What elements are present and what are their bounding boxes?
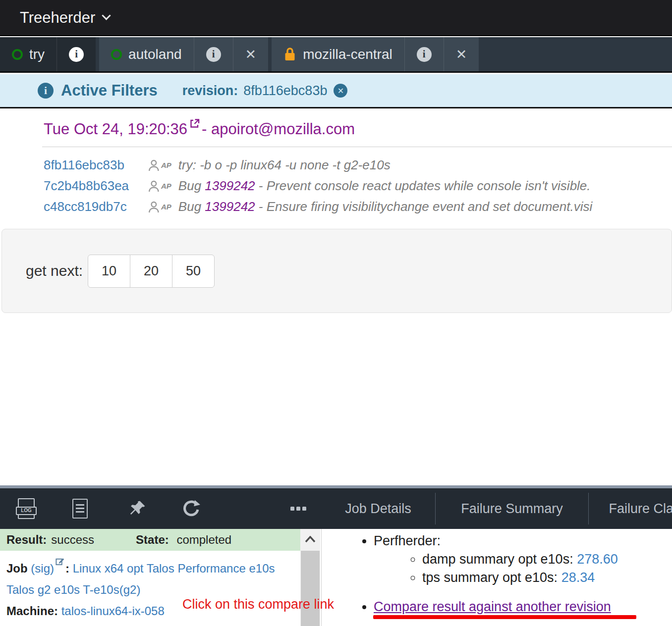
job-result-row: Result: success State: completed bbox=[0, 529, 300, 551]
comment-text: - Ensure firing visibilitychange event a… bbox=[255, 199, 593, 214]
repo-group-try: try i bbox=[0, 37, 96, 71]
raw-log-button[interactable] bbox=[72, 488, 88, 529]
author-icon bbox=[148, 180, 161, 193]
revision-row: c48cc819db7c AP Bug 1399242 - Ensure fir… bbox=[0, 196, 672, 217]
result-value: success bbox=[51, 533, 94, 547]
perf-result-label: damp summary opt e10s: bbox=[422, 552, 573, 567]
refresh-icon bbox=[181, 499, 201, 519]
annotation-underline bbox=[373, 615, 636, 619]
revision-comment: Bug 1399242 - Ensure firing visibilitych… bbox=[178, 199, 592, 214]
info-icon: i bbox=[69, 47, 84, 62]
repo-close-button-autoland[interactable]: ✕ bbox=[233, 37, 269, 71]
repo-close-button-mozilla-central[interactable]: ✕ bbox=[444, 37, 479, 71]
get-next-20-button[interactable]: 20 bbox=[130, 255, 172, 288]
repo-bar: try i autoland i ✕ mo bbox=[0, 37, 672, 73]
tab-failure-classification[interactable]: Failure Classification bbox=[589, 488, 672, 529]
tab-job-details[interactable]: Job Details bbox=[321, 488, 435, 529]
close-icon: ✕ bbox=[456, 47, 467, 62]
push-date-link[interactable]: Tue Oct 24, 19:20:36 bbox=[44, 120, 187, 138]
top-navbar: Treeherder bbox=[0, 0, 672, 36]
perfherder-label: Perfherder: bbox=[374, 533, 441, 548]
get-next-10-button[interactable]: 10 bbox=[88, 255, 130, 288]
detail-toolbar: LOG bbox=[0, 488, 672, 529]
author-initials: AP bbox=[161, 182, 171, 190]
author-initials: AP bbox=[161, 161, 171, 169]
repo-tab-autoland[interactable]: autoland bbox=[99, 37, 194, 71]
machine-link[interactable]: talos-linux64-ix-058 bbox=[61, 604, 165, 618]
chevron-up-icon bbox=[305, 536, 316, 543]
result-label: Result: bbox=[6, 533, 47, 547]
edit-icon bbox=[55, 557, 64, 566]
log-file-icon: LOG bbox=[18, 498, 35, 519]
push-header-separator: - bbox=[202, 120, 207, 138]
pin-icon bbox=[128, 499, 147, 518]
author-icon bbox=[148, 201, 161, 213]
comment-text: - Prevent console react updates while co… bbox=[255, 178, 591, 193]
job-detail-panel: LOG bbox=[0, 485, 672, 626]
perfherder-item: Perfherder: damp summary opt e10s: 278.6… bbox=[374, 532, 672, 587]
job-colon: : bbox=[65, 562, 69, 575]
compare-revision-link[interactable]: Compare result against another revision bbox=[374, 599, 611, 614]
author-initials: AP bbox=[161, 203, 171, 211]
perf-result-value-link[interactable]: 278.60 bbox=[577, 552, 618, 567]
remove-filter-button[interactable]: ✕ bbox=[334, 84, 347, 98]
detail-toolbar-icons: LOG bbox=[0, 488, 321, 529]
scrollbar-up-button[interactable] bbox=[300, 529, 320, 550]
repo-info-button-try[interactable]: i bbox=[57, 37, 96, 71]
app-title: Treeherder bbox=[20, 9, 95, 27]
repo-label: autoland bbox=[128, 47, 181, 62]
get-next-50-button[interactable]: 50 bbox=[172, 255, 215, 288]
repo-tab-mozilla-central[interactable]: mozilla-central bbox=[272, 37, 405, 71]
job-title-line: Job (sig) : Linux x64 opt Talos Performa… bbox=[6, 558, 300, 600]
ellipsis-icon bbox=[290, 506, 307, 511]
active-filters-bar: i Active Filters revision: 8fb116ebc83b … bbox=[0, 74, 672, 108]
job-sig-link[interactable]: (sig) bbox=[31, 562, 54, 575]
bug-link[interactable]: 1399242 bbox=[205, 178, 255, 193]
job-details-list: Perfherder: damp summary opt e10s: 278.6… bbox=[322, 532, 672, 616]
annotation-compare-hint: Click on this compare link bbox=[182, 597, 334, 612]
revision-row: 8fb116ebc83b AP try: -b o -p linux64 -u … bbox=[0, 155, 672, 175]
repo-info-button-autoland[interactable]: i bbox=[194, 37, 233, 71]
tab-failure-summary[interactable]: Failure Summary bbox=[436, 488, 588, 529]
chevron-down-icon bbox=[102, 11, 111, 20]
get-next-button-group: 10 20 50 bbox=[88, 255, 215, 288]
active-filters-label: Active Filters bbox=[61, 82, 158, 100]
log-viewer-button[interactable]: LOG bbox=[18, 488, 35, 529]
push-author-link[interactable]: apoirot@mozilla.com bbox=[211, 120, 355, 138]
repo-open-icon bbox=[111, 49, 122, 60]
repo-label: mozilla-central bbox=[303, 47, 392, 62]
revision-comment: try: -b o -p linux64 -u none -t g2-e10s bbox=[178, 157, 391, 173]
pin-job-button[interactable] bbox=[128, 488, 147, 529]
filter-value: 8fb116ebc83b bbox=[243, 83, 327, 99]
perf-result-item: damp summary opt e10s: 278.60 bbox=[422, 550, 672, 569]
state-group: State: completed bbox=[136, 533, 231, 547]
more-actions-button[interactable] bbox=[290, 488, 307, 529]
revision-row: 7c2b4b8b63ea AP Bug 1399242 - Prevent co… bbox=[0, 175, 672, 196]
perf-result-value-link[interactable]: 28.34 bbox=[561, 570, 595, 585]
job-label: Job bbox=[6, 562, 28, 575]
bug-link[interactable]: 1399242 bbox=[205, 199, 255, 214]
external-link-icon bbox=[189, 118, 200, 129]
state-label: State: bbox=[136, 533, 169, 546]
revision-sha-link[interactable]: 7c2b4b8b63ea bbox=[44, 178, 148, 194]
comment-text: Bug bbox=[178, 199, 205, 214]
perf-result-item: tps summary opt e10s: 28.34 bbox=[422, 569, 672, 587]
push-header: Tue Oct 24, 19:20:36 - apoirot@mozilla.c… bbox=[44, 120, 355, 138]
app-menu-button[interactable]: Treeherder bbox=[20, 9, 110, 27]
revision-sha-link[interactable]: 8fb116ebc83b bbox=[44, 157, 148, 173]
machine-label: Machine: bbox=[6, 604, 58, 618]
get-next-panel: get next: 10 20 50 bbox=[1, 229, 672, 313]
repo-info-button-mozilla-central[interactable]: i bbox=[405, 37, 444, 71]
repo-group-autoland: autoland i ✕ bbox=[99, 37, 268, 71]
info-icon: i bbox=[38, 83, 54, 99]
scrollbar-thumb[interactable] bbox=[301, 551, 320, 626]
retrigger-button[interactable] bbox=[181, 488, 201, 529]
push-divider bbox=[42, 147, 672, 147]
detail-panels: Result: success State: completed Job (si… bbox=[0, 529, 672, 626]
perfherder-sublist: damp summary opt e10s: 278.60 tps summar… bbox=[374, 550, 672, 587]
detail-tab-bar: Job Details Failure Summary Failure Clas… bbox=[321, 488, 672, 529]
repo-tab-try[interactable]: try bbox=[0, 37, 57, 71]
revision-sha-link[interactable]: c48cc819db7c bbox=[44, 199, 148, 214]
info-icon: i bbox=[417, 47, 432, 62]
repo-label: try bbox=[29, 47, 45, 62]
